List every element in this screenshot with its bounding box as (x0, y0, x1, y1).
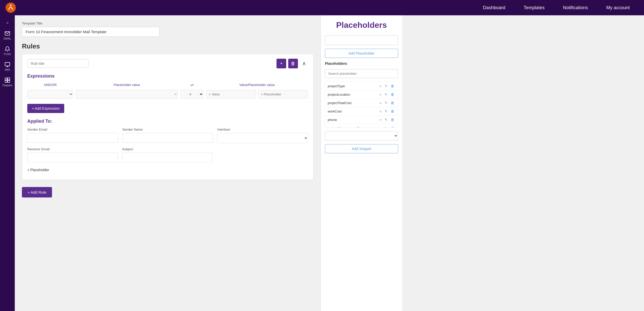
add-rule-icon-button[interactable]: + (277, 59, 286, 68)
placeholder-copy-button[interactable]: « (378, 100, 383, 105)
placeholder-item-actions: «✎🗑 (378, 126, 395, 128)
add-placeholder-button[interactable]: Add Placeholder (325, 49, 398, 58)
placeholder-list-item: projectLocation«✎🗑 (325, 90, 398, 99)
placeholder-delete-button[interactable]: 🗑 (390, 117, 395, 122)
placeholder-delete-button[interactable]: 🗑 (390, 100, 395, 105)
rule-header-actions: + 🗑 ∧ (277, 59, 308, 68)
rule-card-header: + 🗑 ∧ (27, 59, 308, 68)
template-title-input[interactable] (22, 27, 160, 37)
placeholder-delete-button[interactable]: 🗑 (390, 92, 395, 97)
placeholder-delete-button[interactable]: 🗑 (390, 109, 395, 114)
placeholder-item-name: workCost (328, 109, 378, 113)
sidebar-label-sms: SMS (5, 68, 10, 71)
svg-rect-3 (5, 63, 10, 66)
placeholders-panel: Placeholders Add Placeholder Placeholder… (321, 15, 402, 311)
placeholder-list-item: phone«✎🗑 (325, 116, 398, 124)
sender-name-input[interactable] (122, 133, 213, 143)
placeholder-copy-button[interactable]: « (378, 109, 383, 114)
snippet-select[interactable] (325, 131, 398, 141)
placeholder-edit-button[interactable]: ✎ (384, 109, 389, 114)
template-title-label: Template Title (22, 21, 313, 25)
placeholder-copy-button[interactable]: « (378, 92, 383, 97)
placeholder-item-name: projectType (328, 84, 378, 88)
sidebar: » EMAIL PUSH SMS Snippets (0, 15, 15, 311)
placeholders-title: Placeholders (325, 20, 398, 30)
sidebar-label-snippets: Snippets (3, 84, 12, 87)
col-value-placeholder: Value/Placeholder value (206, 83, 308, 87)
new-placeholder-input[interactable] (325, 35, 398, 45)
placeholder-value-select[interactable] (76, 90, 178, 99)
nav-links: Dashboard Templates Notifications My acc… (474, 0, 639, 15)
sidebar-item-push[interactable]: PUSH (0, 43, 15, 59)
placeholder-copy-button[interactable]: « (378, 83, 383, 89)
nav-myaccount[interactable]: My account (597, 0, 639, 15)
delete-rule-icon-button[interactable]: 🗑 (288, 59, 298, 68)
sidebar-expand[interactable]: » (0, 18, 15, 28)
nav-dashboard[interactable]: Dashboard (474, 0, 515, 15)
main-area: Template Title Rules + 🗑 ∧ Expressions (15, 15, 644, 311)
placeholder-edit-button[interactable]: ✎ (384, 83, 389, 89)
col-placeholder-value: Placeholder value (76, 83, 178, 87)
search-placeholder-input[interactable] (325, 69, 398, 78)
placeholder-copy-button[interactable]: « (378, 117, 383, 122)
value-input[interactable] (206, 90, 256, 98)
placeholder-delete-button[interactable]: 🗑 (390, 126, 395, 128)
placeholder-list-item: projectManagementCost«✎🗑 (325, 124, 398, 128)
add-placeholder-row-button[interactable]: + Placeholder (27, 166, 49, 173)
placeholder-item-name: projectTotalCost (328, 101, 378, 105)
sidebar-label-email: EMAIL (4, 37, 11, 40)
add-snippet-button[interactable]: Add Snippet (325, 144, 398, 153)
sender-name-label: Sender Name (122, 128, 213, 131)
placeholder-item-actions: «✎🗑 (378, 92, 395, 97)
add-rule-button[interactable]: + Add Rule (22, 187, 52, 197)
top-navigation: Dashboard Templates Notifications My acc… (0, 0, 644, 15)
sender-email-input[interactable] (27, 133, 118, 143)
sidebar-item-email[interactable]: EMAIL (0, 28, 15, 43)
nav-notifications[interactable]: Notifications (554, 0, 597, 15)
expressions-columns: AND/OR Placeholder value ⇌ Value/Placeho… (27, 82, 308, 87)
svg-point-0 (6, 3, 16, 13)
placeholder-item-actions: «✎🗑 (378, 83, 395, 89)
placeholder-copy-button[interactable]: « (378, 126, 383, 128)
rules-heading: Rules (22, 42, 313, 50)
placeholder-delete-button[interactable]: 🗑 (390, 83, 395, 89)
placeholder-edit-button[interactable]: ✎ (384, 117, 389, 122)
placeholder-edit-button[interactable]: ✎ (384, 92, 389, 97)
placeholder-item-name: projectManagementCost (328, 126, 378, 128)
placeholder-edit-button[interactable]: ✎ (384, 100, 389, 105)
placeholders-subtitle: Placeholders (325, 61, 398, 66)
expressions-heading: Expressions (27, 73, 308, 79)
placeholder-edit-button[interactable]: ✎ (384, 126, 389, 128)
applied-to-heading: Applied To: (27, 119, 308, 124)
app-body: » EMAIL PUSH SMS Snippets Template Title… (0, 15, 644, 311)
receiver-email-input[interactable] (27, 153, 118, 162)
add-expression-button[interactable]: + Add Expression (27, 104, 64, 113)
and-or-select[interactable]: AND OR (27, 90, 73, 99)
expression-row: AND OR > < = (27, 90, 308, 99)
svg-rect-9 (8, 80, 10, 82)
svg-rect-6 (5, 78, 7, 80)
rule-title-input[interactable] (27, 59, 88, 68)
interface-select[interactable] (217, 133, 308, 143)
operator-select[interactable]: > < = (180, 90, 203, 99)
logo[interactable] (5, 2, 16, 13)
value-placeholder-group (206, 90, 308, 98)
svg-point-1 (10, 5, 11, 6)
sidebar-item-snippets[interactable]: Snippets (0, 74, 15, 90)
subject-group: Subject (122, 147, 213, 162)
col-and-or: AND/OR (27, 83, 73, 87)
sidebar-item-sms[interactable]: SMS (0, 59, 15, 74)
collapse-rule-button[interactable]: ∧ (300, 59, 308, 68)
subject-input[interactable] (122, 153, 213, 162)
nav-templates[interactable]: Templates (515, 0, 554, 15)
sender-email-label: Sender Email (27, 128, 118, 131)
placeholder-item-actions: «✎🗑 (378, 100, 395, 105)
placeholder-item-name: projectLocation (328, 93, 378, 96)
placeholder-list: projectType«✎🗑projectLocation«✎🗑projectT… (325, 82, 398, 128)
applied-to-row2: Receiver Email Subject (27, 147, 213, 162)
placeholder-input[interactable] (258, 90, 308, 98)
center-content: Template Title Rules + 🗑 ∧ Expressions (15, 15, 321, 311)
svg-rect-8 (5, 80, 7, 82)
placeholder-item-actions: «✎🗑 (378, 117, 395, 122)
svg-rect-7 (8, 78, 10, 80)
